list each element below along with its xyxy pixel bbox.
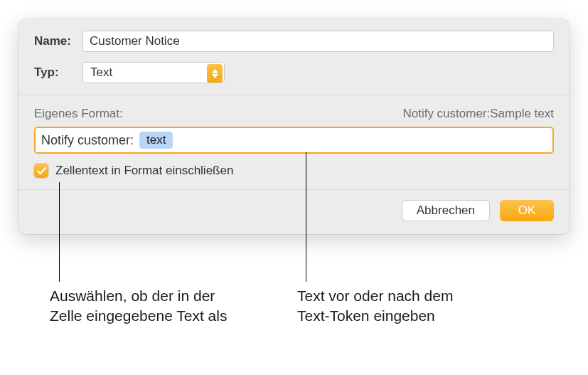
format-header: Eigenes Format: Notify customer:Sample t…: [34, 107, 554, 121]
include-celltext-checkbox[interactable]: [34, 164, 48, 178]
callout-text-left: Auswählen, ob der in der Zelle eingegebe…: [50, 286, 235, 327]
format-field[interactable]: Notify customer: text: [34, 127, 554, 154]
format-preview: Notify customer:Sample text: [402, 107, 554, 121]
include-celltext-label: Zellentext in Format einschließen: [55, 164, 233, 178]
format-prefix-text: Notify customer:: [41, 133, 134, 148]
type-row: Typ: Text: [34, 62, 554, 83]
custom-format-dialog: Name: Typ: Text Eigenes Format: Notify c…: [18, 19, 570, 234]
format-heading: Eigenes Format:: [34, 107, 123, 121]
checkmark-icon: [37, 167, 46, 175]
dialog-top-section: Name: Typ: Text: [18, 19, 570, 95]
callout-text-right: Text vor oder nach dem Text-Token eingeb…: [297, 286, 468, 327]
ok-button[interactable]: OK: [500, 200, 554, 221]
callout-line-left: [59, 182, 60, 282]
include-celltext-row: Zellentext in Format einschließen: [34, 164, 554, 178]
updown-icon: [207, 64, 223, 83]
name-row: Name:: [34, 31, 554, 52]
type-select-value: Text: [90, 65, 112, 80]
format-section: Eigenes Format: Notify customer:Sample t…: [18, 95, 570, 189]
dialog-footer: Abbrechen OK: [18, 190, 570, 234]
text-token[interactable]: text: [139, 132, 173, 149]
type-label: Typ:: [34, 65, 82, 80]
name-label: Name:: [34, 34, 82, 48]
callout-line-right: [306, 152, 306, 282]
cancel-button[interactable]: Abbrechen: [402, 200, 490, 221]
type-select[interactable]: Text: [82, 62, 225, 83]
name-input[interactable]: [82, 31, 554, 52]
